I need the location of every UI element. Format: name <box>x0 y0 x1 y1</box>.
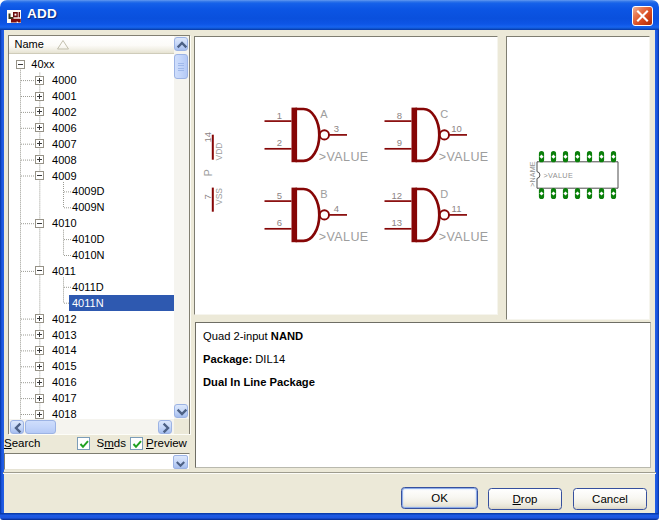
svg-text:2: 2 <box>276 137 281 148</box>
svg-text:11: 11 <box>451 202 461 213</box>
svg-text:>VALUE: >VALUE <box>318 230 368 244</box>
svg-text:13: 13 <box>391 217 402 228</box>
svg-text:12: 12 <box>391 190 402 201</box>
svg-text:6: 6 <box>276 217 281 228</box>
svg-text:>NAME: >NAME <box>527 161 536 187</box>
svg-text:7: 7 <box>201 194 212 199</box>
svg-text:D: D <box>440 188 448 200</box>
svg-text:>VALUE: >VALUE <box>543 171 573 180</box>
svg-text:8: 8 <box>396 110 401 121</box>
svg-text:5: 5 <box>276 190 281 201</box>
svg-text:14: 14 <box>201 131 212 142</box>
svg-text:>VALUE: >VALUE <box>438 150 488 164</box>
svg-text:VDD: VDD <box>213 142 223 160</box>
svg-text:>VALUE: >VALUE <box>438 230 488 244</box>
svg-text:C: C <box>440 108 448 120</box>
svg-text:VSS: VSS <box>213 187 223 204</box>
svg-text:B: B <box>320 188 327 200</box>
svg-text:10: 10 <box>451 122 462 133</box>
svg-text:P: P <box>202 169 214 176</box>
svg-text:9: 9 <box>396 137 401 148</box>
svg-text:4: 4 <box>333 202 338 213</box>
svg-text:>VALUE: >VALUE <box>318 150 368 164</box>
svg-text:3: 3 <box>333 122 338 133</box>
svg-text:1: 1 <box>276 110 281 121</box>
svg-text:A: A <box>320 108 328 120</box>
